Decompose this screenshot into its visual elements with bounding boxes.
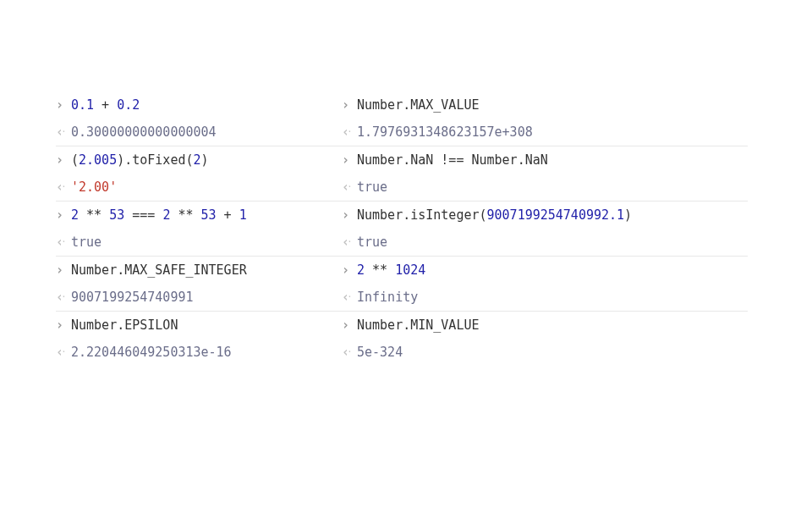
token-ident: toFixed [132, 152, 185, 168]
code-content: '2.00' [71, 174, 117, 201]
token-result: 2.220446049250313e-16 [71, 345, 232, 360]
code-content: true [71, 229, 102, 256]
console-input-row[interactable]: ›2 ** 53 === 2 ** 53 + 1 [56, 202, 342, 229]
input-prompt-icon: › [56, 257, 71, 284]
token-ident: Number.MAX_SAFE_INTEGER [71, 262, 247, 278]
code-content: Number.MAX_SAFE_INTEGER [71, 257, 247, 284]
console-input-row[interactable]: ›0.1 + 0.2 [56, 91, 342, 119]
code-content: Number.MAX_VALUE [357, 91, 480, 119]
console-input-row[interactable]: ›Number.MIN_VALUE [342, 312, 748, 339]
token-op: ** [79, 207, 109, 223]
token-num: 1 [239, 207, 247, 223]
code-content: true [357, 229, 387, 256]
token-op: ). [117, 152, 132, 168]
output-result-icon: ‹· [56, 339, 71, 366]
input-prompt-icon: › [342, 257, 357, 284]
output-result-icon: ‹· [56, 229, 71, 256]
code-content: 5e-324 [357, 339, 403, 366]
input-prompt-icon: › [56, 202, 71, 229]
input-prompt-icon: › [56, 91, 71, 119]
token-num: 53 [109, 207, 124, 223]
token-op: ) [201, 152, 209, 168]
token-num: 2 [71, 207, 79, 223]
token-ident: Number.MIN_VALUE [357, 318, 480, 333]
console-column-left: ›0.1 + 0.2‹·0.30000000000000004›(2.005).… [56, 91, 342, 366]
token-num: 1024 [395, 262, 425, 278]
token-num: 2 [194, 152, 201, 168]
token-result: true [71, 235, 102, 250]
console-entry: ›2 ** 53 === 2 ** 53 + 1‹·true [56, 201, 342, 256]
input-prompt-icon: › [342, 91, 357, 119]
console-input-row[interactable]: ›Number.EPSILON [56, 312, 342, 339]
console-input-row[interactable]: ›Number.MAX_VALUE [342, 91, 748, 119]
token-result: 9007199254740991 [71, 290, 194, 305]
output-result-icon: ‹· [342, 174, 357, 201]
output-result-icon: ‹· [56, 174, 71, 201]
token-ident: Number.isInteger [357, 207, 480, 223]
token-num: 0.1 [71, 97, 94, 113]
console: ›0.1 + 0.2‹·0.30000000000000004›(2.005).… [56, 91, 758, 366]
token-result: 0.30000000000000004 [71, 124, 217, 140]
console-entry: ›Number.MAX_VALUE‹·1.7976931348623157e+3… [342, 91, 748, 146]
token-op: ) [624, 207, 632, 223]
console-entry: ›Number.MAX_SAFE_INTEGER‹·90071992547409… [56, 256, 342, 311]
console-input-row[interactable]: ›Number.MAX_SAFE_INTEGER [56, 257, 342, 284]
token-num: 0.2 [117, 97, 140, 113]
output-result-icon: ‹· [342, 339, 357, 366]
code-content: 2.220446049250313e-16 [71, 339, 232, 366]
console-input-row[interactable]: ›Number.isInteger(9007199254740992.1) [342, 202, 748, 229]
console-entry: ›2 ** 1024‹·Infinity [342, 256, 748, 311]
output-result-icon: ‹· [56, 284, 71, 311]
token-ident: Number.EPSILON [71, 318, 178, 333]
console-entry: ›Number.MIN_VALUE‹·5e-324 [342, 311, 748, 366]
console-input-row[interactable]: ›2 ** 1024 [342, 257, 748, 284]
code-content: 2 ** 1024 [357, 257, 425, 284]
token-num: 9007199254740992.1 [487, 207, 625, 223]
console-input-row[interactable]: ›Number.NaN !== Number.NaN [342, 146, 748, 174]
code-content: 1.7976931348623157e+308 [357, 119, 533, 146]
code-content: 9007199254740991 [71, 284, 194, 311]
token-num: 2.005 [79, 152, 117, 168]
output-result-icon: ‹· [342, 284, 357, 311]
code-content: 2 ** 53 === 2 ** 53 + 1 [71, 202, 247, 229]
console-output-row: ‹·5e-324 [342, 339, 748, 366]
token-op: !== [433, 152, 471, 168]
code-content: Number.EPSILON [71, 312, 178, 339]
token-op: ( [480, 207, 487, 223]
console-output-row: ‹·Infinity [342, 284, 748, 311]
token-result: true [357, 235, 387, 250]
input-prompt-icon: › [342, 202, 357, 229]
console-entry: ›0.1 + 0.2‹·0.30000000000000004 [56, 91, 342, 146]
token-string: '2.00' [71, 179, 117, 195]
output-result-icon: ‹· [342, 229, 357, 256]
console-output-row: ‹·2.220446049250313e-16 [56, 339, 342, 366]
token-op: ( [185, 152, 193, 168]
token-result: true [357, 179, 387, 195]
token-op: ** [365, 262, 395, 278]
console-output-row: ‹·'2.00' [56, 174, 342, 201]
code-content: Number.MIN_VALUE [357, 312, 480, 339]
console-output-row: ‹·1.7976931348623157e+308 [342, 119, 748, 146]
console-output-row: ‹·true [56, 229, 342, 256]
code-content: 0.1 + 0.2 [71, 91, 140, 119]
token-result: Infinity [357, 290, 418, 305]
input-prompt-icon: › [342, 146, 357, 174]
output-result-icon: ‹· [56, 119, 71, 146]
code-content: Number.NaN !== Number.NaN [357, 146, 548, 174]
console-input-row[interactable]: ›(2.005).toFixed(2) [56, 146, 342, 174]
token-op: === [124, 207, 162, 223]
console-entry: ›Number.isInteger(9007199254740992.1)‹·t… [342, 201, 748, 256]
console-output-row: ‹·true [342, 229, 748, 256]
token-op: + [94, 97, 117, 113]
token-ident: Number.NaN [357, 152, 433, 168]
code-content: 0.30000000000000004 [71, 119, 217, 146]
token-op: ( [71, 152, 79, 168]
input-prompt-icon: › [56, 312, 71, 339]
code-content: Infinity [357, 284, 418, 311]
token-result: 1.7976931348623157e+308 [357, 124, 533, 140]
token-op: + [217, 207, 239, 223]
token-result: 5e-324 [357, 345, 403, 360]
input-prompt-icon: › [342, 312, 357, 339]
token-ident: Number.MAX_VALUE [357, 97, 480, 113]
token-num: 53 [201, 207, 217, 223]
